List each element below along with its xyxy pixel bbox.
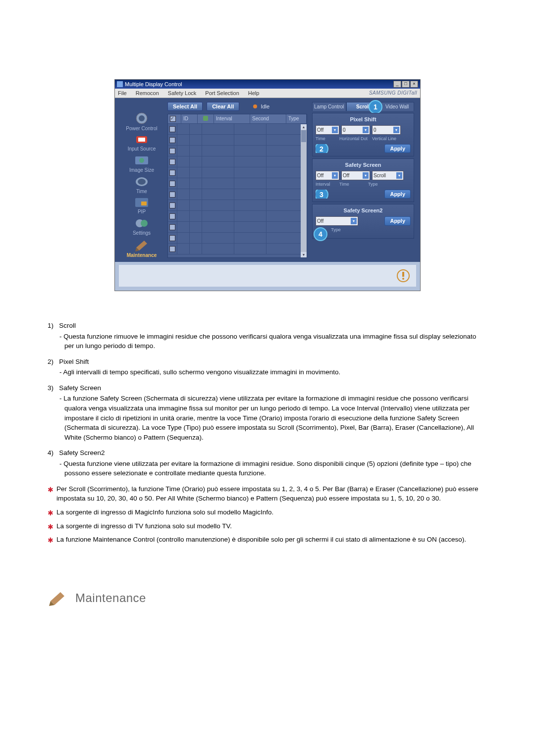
type-label: Type bbox=[368, 182, 378, 187]
safety-screen2-type-select[interactable]: Off▾ bbox=[316, 216, 358, 226]
header-type: Type bbox=[286, 114, 307, 123]
header-second: Second bbox=[250, 114, 286, 123]
maintenance-icon bbox=[119, 239, 164, 252]
safety-screen-time-select[interactable]: Off▾ bbox=[341, 171, 370, 180]
power-icon bbox=[119, 112, 164, 125]
maintenance-heading-icon bbox=[48, 589, 67, 607]
sidebar-label: Image Size bbox=[119, 167, 164, 173]
menu-bar: File Remocon Safety Lock Port Selection … bbox=[115, 89, 420, 98]
table-scrollbar[interactable]: ▲ ▼ bbox=[301, 124, 307, 257]
sidebar-item-time[interactable]: Time bbox=[119, 176, 164, 194]
table-row[interactable] bbox=[168, 200, 307, 211]
chevron-down-icon: ▾ bbox=[351, 218, 357, 224]
desc-item-4: 4) Safety Screen2 - Questa funzione vien… bbox=[48, 448, 487, 478]
header-interval: Interval bbox=[214, 114, 250, 123]
chevron-down-icon: ▾ bbox=[332, 127, 338, 133]
menu-help[interactable]: Help bbox=[248, 90, 260, 96]
clear-all-button[interactable]: Clear All bbox=[207, 102, 239, 111]
table-row[interactable] bbox=[168, 124, 307, 135]
status-strip bbox=[119, 265, 416, 287]
table-row[interactable] bbox=[168, 135, 307, 146]
menu-file[interactable]: File bbox=[118, 90, 127, 96]
desc-num: 2) bbox=[48, 358, 54, 365]
sidebar-item-maintenance[interactable]: Maintenance bbox=[119, 239, 164, 258]
scroll-down-icon[interactable]: ▼ bbox=[301, 252, 307, 257]
tab-video-wall[interactable]: Video Wall bbox=[380, 102, 414, 111]
idle-label: Idle bbox=[261, 103, 269, 109]
chevron-down-icon: ▾ bbox=[396, 172, 402, 179]
callout-4: 4 bbox=[314, 227, 327, 241]
safety-screen-interval-select[interactable]: Off▾ bbox=[316, 171, 339, 180]
sidebar-item-input-source[interactable]: Input Source bbox=[119, 134, 164, 151]
table-row[interactable] bbox=[168, 244, 307, 254]
desc-body: - Questa funzione viene utilizzata per e… bbox=[48, 459, 487, 478]
chevron-down-icon: ▾ bbox=[363, 172, 369, 179]
pip-icon bbox=[119, 197, 164, 208]
minimize-button[interactable]: _ bbox=[393, 81, 401, 88]
table-row[interactable] bbox=[168, 167, 307, 178]
idle-indicator-icon bbox=[253, 104, 257, 108]
table-row[interactable] bbox=[168, 146, 307, 156]
menu-safety-lock[interactable]: Safety Lock bbox=[168, 90, 196, 96]
safety-screen2-title: Safety Screen2 bbox=[316, 207, 411, 213]
hdot-label: Horizontal Dot bbox=[339, 136, 369, 141]
desc-title: Pixel Shift bbox=[59, 358, 89, 365]
safety-screen-apply-button[interactable]: Apply bbox=[384, 190, 411, 199]
header-id: ID bbox=[181, 114, 198, 123]
safety-screen2-apply-button[interactable]: Apply bbox=[384, 216, 411, 226]
sidebar-label: Time bbox=[119, 189, 164, 194]
table-row[interactable] bbox=[168, 233, 307, 244]
sidebar-item-power-control[interactable]: Power Control bbox=[119, 112, 164, 131]
desc-body: - La funzione Safety Screen (Schermata d… bbox=[48, 394, 487, 442]
svg-point-16 bbox=[402, 278, 404, 280]
input-source-icon bbox=[119, 134, 164, 145]
callout-3: 3 bbox=[316, 190, 328, 199]
pixel-shift-hdot-select[interactable]: 0▾ bbox=[341, 125, 370, 135]
section-heading-maintenance: Maintenance bbox=[48, 589, 487, 607]
table-row[interactable] bbox=[168, 178, 307, 189]
svg-point-7 bbox=[138, 179, 146, 185]
table-row[interactable] bbox=[168, 222, 307, 233]
header-status-icon bbox=[198, 114, 214, 123]
table-row[interactable] bbox=[168, 189, 307, 200]
scroll-up-icon[interactable]: ▲ bbox=[301, 124, 307, 130]
tab-lamp-control[interactable]: Lamp Control bbox=[312, 102, 346, 111]
vline-label: Vertical Line bbox=[372, 136, 396, 141]
menu-remocon[interactable]: Remocon bbox=[136, 90, 159, 96]
section-heading-text: Maintenance bbox=[75, 591, 146, 605]
desc-body: - Agli intervalli di tempo specificati, … bbox=[48, 367, 487, 377]
sidebar-item-pip[interactable]: PIP bbox=[119, 197, 164, 214]
pixel-shift-time-select[interactable]: Off▾ bbox=[316, 125, 339, 135]
brand-label: SAMSUNG DIGITall bbox=[369, 90, 417, 96]
sidebar: Power Control Input Source Image Size bbox=[119, 102, 164, 258]
right-panel: 1 Lamp Control Scroll Video Wall Pixel S… bbox=[310, 102, 416, 258]
time-label: Time bbox=[339, 182, 365, 187]
desc-item-1: 1) Scroll - Questa funzione rimuove le i… bbox=[48, 321, 487, 351]
sidebar-label: Power Control bbox=[119, 126, 164, 131]
pixel-shift-vline-select[interactable]: 0▾ bbox=[372, 125, 401, 135]
menu-port-selection[interactable]: Port Selection bbox=[205, 90, 239, 96]
star-note-1: Per Scroll (Scorrimento), la funzione Ti… bbox=[48, 484, 487, 504]
select-all-button[interactable]: Select All bbox=[167, 102, 203, 111]
app-icon bbox=[117, 81, 123, 87]
maximize-button[interactable]: □ bbox=[402, 81, 410, 88]
close-button[interactable]: × bbox=[410, 81, 418, 88]
desc-num: 1) bbox=[48, 322, 54, 329]
table-row[interactable] bbox=[168, 156, 307, 167]
safety-screen-type-select[interactable]: Scroll▾ bbox=[372, 171, 404, 180]
svg-marker-17 bbox=[51, 592, 64, 605]
pixel-shift-apply-button[interactable]: Apply bbox=[384, 144, 411, 153]
desc-item-2: 2) Pixel Shift - Agli intervalli di temp… bbox=[48, 357, 487, 377]
table-row[interactable] bbox=[168, 211, 307, 222]
svg-rect-9 bbox=[141, 202, 147, 205]
desc-item-3: 3) Safety Screen - La funzione Safety Sc… bbox=[48, 383, 487, 442]
safety-screen-panel: Safety Screen Off▾ Off▾ Scroll▾ Interval… bbox=[312, 158, 414, 202]
svg-rect-15 bbox=[402, 272, 404, 277]
scroll-thumb[interactable] bbox=[301, 130, 306, 142]
sidebar-item-settings[interactable]: Settings bbox=[119, 217, 164, 236]
star-note-3: La sorgente di ingresso di TV funziona s… bbox=[48, 521, 487, 531]
sidebar-item-image-size[interactable]: Image Size bbox=[119, 154, 164, 173]
header-checkbox[interactable] bbox=[168, 114, 181, 123]
description-section: 1) Scroll - Questa funzione rimuove le i… bbox=[48, 321, 487, 545]
sidebar-label: PIP bbox=[119, 209, 164, 214]
